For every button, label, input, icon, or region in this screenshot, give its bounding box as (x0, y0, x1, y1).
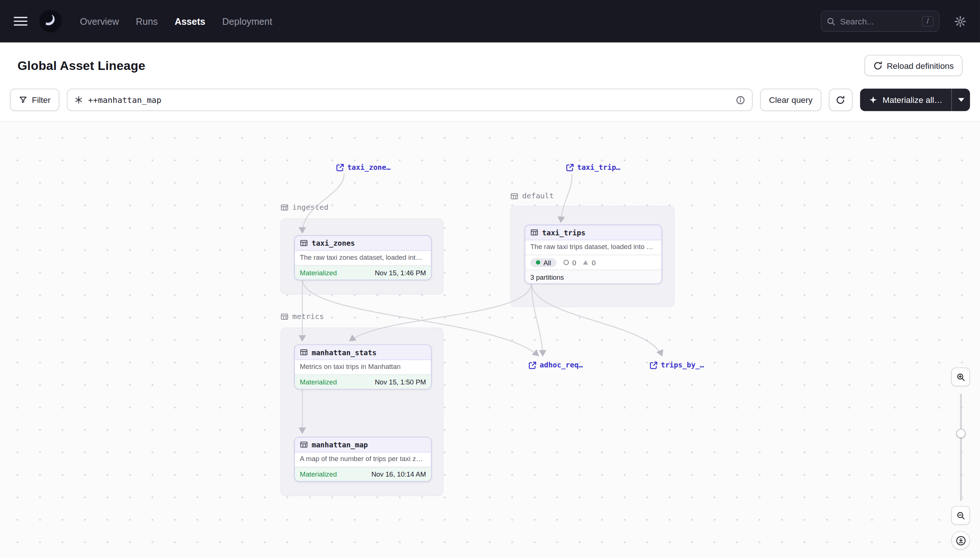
asset-description: The raw taxi zones dataset, loaded int… (295, 251, 431, 265)
partition-failed-count: 0 (582, 259, 596, 266)
external-asset-trips-by[interactable]: trips_by_… (650, 361, 704, 370)
asset-node-taxi-zones[interactable]: taxi_zones The raw taxi zones dataset, l… (294, 235, 432, 280)
zoom-out-button[interactable] (951, 506, 970, 525)
clear-query-label: Clear query (769, 95, 813, 104)
sparkle-icon (869, 95, 878, 104)
external-asset-label: taxi_zone… (348, 163, 391, 172)
global-search[interactable]: / (821, 11, 939, 32)
nav-item-overview[interactable]: Overview (80, 16, 119, 27)
group-label-ingested[interactable]: ingested (280, 203, 328, 212)
hamburger-menu-icon[interactable] (14, 17, 27, 26)
zoom-slider-track[interactable] (960, 394, 962, 501)
zoom-out-icon (956, 510, 965, 520)
zoom-in-icon (956, 372, 965, 381)
external-asset-label: taxi_trip… (577, 163, 620, 172)
asset-node-manhattan-stats[interactable]: manhattan_stats Metrics on taxi trips in… (294, 345, 432, 389)
dagster-logo[interactable] (39, 9, 63, 33)
external-link-icon (336, 163, 344, 171)
partitions-footer[interactable]: 3 partitions (525, 270, 662, 284)
partitions-count-label: 3 partitions (530, 273, 564, 281)
external-asset-label: trips_by_… (661, 361, 704, 370)
external-link-icon (650, 361, 658, 369)
materialized-status: Materialized (300, 471, 337, 478)
external-asset-adhoc-req[interactable]: adhoc_req… (529, 361, 583, 370)
table-icon (300, 348, 308, 356)
lineage-canvas[interactable]: ingested default metrics (0, 121, 980, 558)
zoom-in-button[interactable] (951, 368, 970, 386)
partition-health-row: All 0 0 (525, 254, 662, 269)
external-asset-label: adhoc_req… (540, 361, 583, 370)
materialized-status: Materialized (300, 269, 337, 276)
materialized-timestamp: Nov 15, 1:46 PM (375, 269, 426, 276)
partition-missing-count: 0 (563, 259, 576, 266)
zoom-slider[interactable] (955, 394, 966, 501)
materialize-options-button[interactable] (951, 89, 970, 111)
table-group-icon (280, 203, 288, 211)
group-name: ingested (292, 203, 328, 212)
chevron-down-icon (958, 98, 964, 102)
asset-description: Metrics on taxi trips in Manhattan (295, 360, 431, 374)
asset-name: manhattan_stats (312, 348, 377, 357)
page-header: Global Asset Lineage Reload definitions (0, 43, 980, 84)
materialize-all-button[interactable]: Materialize all… (860, 89, 951, 111)
refresh-graph-button[interactable] (829, 89, 853, 111)
app-window: Overview Runs Assets Deployment / (0, 0, 980, 558)
reload-definitions-button[interactable]: Reload definitions (864, 55, 962, 76)
asset-query-input[interactable] (88, 95, 731, 104)
refresh-icon (836, 95, 845, 104)
empty-circle-icon (563, 259, 570, 266)
search-icon (826, 16, 835, 26)
top-nav: Overview Runs Assets Deployment / (0, 0, 980, 43)
partition-health-all-label: All (544, 259, 551, 266)
group-name: default (522, 192, 554, 200)
asset-description: The raw taxi trips dataset, loaded into … (525, 240, 662, 254)
asset-name: manhattan_map (312, 440, 368, 449)
external-link-icon (566, 163, 574, 171)
warning-triangle-icon (582, 259, 589, 266)
asset-node-manhattan-map[interactable]: manhattan_map A map of the number of tri… (294, 437, 432, 481)
group-label-default[interactable]: default (511, 192, 554, 200)
filter-button[interactable]: Filter (10, 89, 59, 111)
group-label-metrics[interactable]: metrics (280, 312, 324, 321)
filter-label: Filter (32, 95, 51, 104)
nav-item-runs[interactable]: Runs (136, 16, 158, 27)
asset-status-row: Materialized Nov 16, 10:14 AM (295, 467, 431, 481)
reload-definitions-label: Reload definitions (887, 61, 954, 70)
search-shortcut-key: / (922, 16, 934, 27)
lineage-toolbar: Filter Clear query (0, 84, 980, 121)
search-input[interactable] (840, 16, 917, 26)
download-icon (955, 535, 966, 546)
op-selector-icon (74, 95, 83, 104)
refresh-icon (873, 61, 882, 70)
table-icon (300, 239, 308, 247)
asset-description: A map of the number of trips per taxi z… (295, 453, 431, 467)
zoom-slider-handle[interactable] (956, 429, 965, 438)
page-title: Global Asset Lineage (17, 59, 145, 73)
external-asset-taxi-trip[interactable]: taxi_trip… (566, 163, 620, 172)
asset-status-row: Materialized Nov 15, 1:46 PM (295, 265, 431, 280)
materialized-timestamp: Nov 15, 1:50 PM (375, 378, 426, 386)
asset-node-taxi-trips[interactable]: taxi_trips The raw taxi trips dataset, l… (525, 225, 662, 284)
partition-health-all[interactable]: All (530, 258, 557, 267)
info-icon[interactable] (736, 95, 745, 104)
materialized-status: Materialized (300, 378, 337, 386)
nav-item-assets[interactable]: Assets (175, 16, 205, 27)
table-group-icon (511, 192, 519, 200)
asset-name: taxi_trips (542, 228, 586, 237)
materialize-all-split-button: Materialize all… (860, 89, 970, 111)
group-name: metrics (292, 312, 324, 321)
asset-node-header: taxi_trips (525, 225, 662, 240)
materialized-timestamp: Nov 16, 10:14 AM (372, 471, 426, 478)
external-asset-taxi-zone[interactable]: taxi_zone… (336, 163, 390, 172)
gear-icon (954, 15, 966, 27)
table-icon (300, 441, 308, 449)
asset-query-box[interactable] (67, 89, 753, 111)
asset-name: taxi_zones (312, 239, 355, 248)
nav-item-deployment[interactable]: Deployment (222, 16, 272, 27)
clear-query-button[interactable]: Clear query (760, 89, 822, 111)
download-view-button[interactable] (951, 531, 970, 550)
asset-node-header: manhattan_stats (295, 345, 431, 360)
materialize-all-label: Materialize all… (883, 95, 942, 104)
success-dot-icon (536, 260, 540, 264)
settings-button[interactable] (954, 15, 966, 27)
